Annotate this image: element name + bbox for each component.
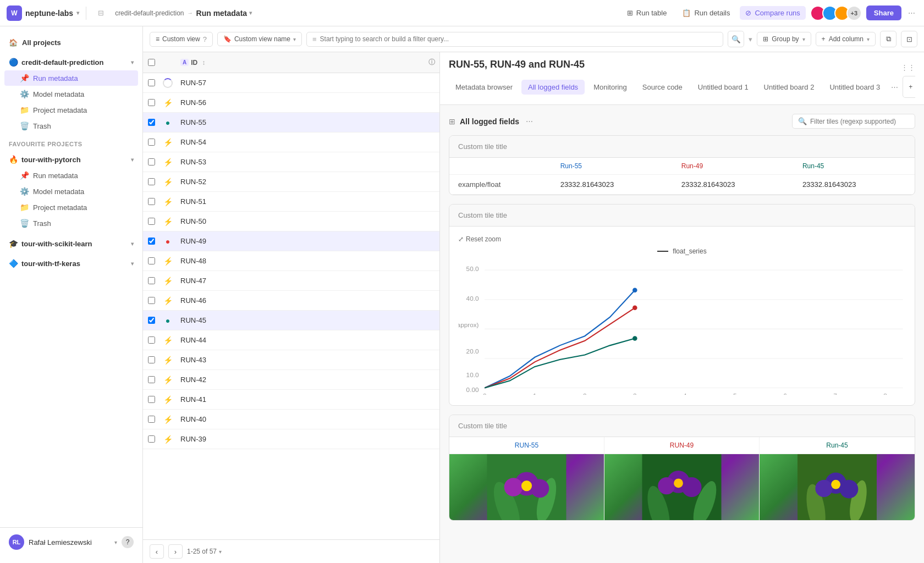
tile1-col-run55: Run-55: [552, 158, 673, 175]
bookmark-icon: 🔖: [223, 35, 232, 43]
row-checkbox[interactable]: [148, 139, 155, 146]
table-row[interactable]: ⚡ RUN-46: [143, 291, 439, 311]
row-checkbox[interactable]: [148, 257, 155, 264]
sidebar-pytorch-project-metadata[interactable]: 📁 Project metadata: [4, 200, 138, 215]
table-row[interactable]: ⚡ RUN-48: [143, 251, 439, 271]
table-row[interactable]: ⚡ RUN-40: [143, 410, 439, 429]
row-checkbox[interactable]: [148, 297, 155, 304]
table-row[interactable]: ● RUN-49: [143, 231, 439, 251]
filter-options-btn[interactable]: ⧉: [880, 31, 897, 47]
help-btn[interactable]: ?: [122, 536, 134, 548]
table-row[interactable]: ⚡ RUN-39: [143, 429, 439, 449]
detail-tabs: Metadata browser All logged fields Monit…: [449, 76, 915, 98]
section-more-btn[interactable]: ⋯: [524, 116, 535, 126]
tab-source-code[interactable]: Source code: [636, 80, 689, 95]
reset-zoom-btn[interactable]: ⤢ Reset zoom: [458, 235, 906, 243]
filter-input[interactable]: [320, 35, 718, 43]
main-layout: 🏠 All projects 🔵 credit-default-predicti…: [0, 26, 924, 563]
row-checkbox[interactable]: [148, 376, 155, 383]
row-icon-cell: ⚡: [160, 415, 176, 424]
table-row[interactable]: ● RUN-55: [143, 113, 439, 133]
table-row[interactable]: ● RUN-45: [143, 311, 439, 330]
compare-runs-btn[interactable]: ⊘ Compare runs: [740, 6, 805, 20]
breadcrumb-current[interactable]: Run metadata ▾: [196, 9, 252, 18]
tab-untitled-board-3[interactable]: Untitled board 3: [823, 80, 887, 95]
brand-logo-btn[interactable]: W neptune-labs ▾: [7, 5, 79, 21]
custom-view-name-btn[interactable]: 🔖 Custom view name ▾: [217, 32, 302, 46]
sidebar-sklearn-section: 🎓 tour-with-scikit-learn ▾: [0, 234, 142, 253]
prev-page-btn[interactable]: ‹: [150, 544, 164, 559]
run-table-btn[interactable]: ⊞ Run table: [622, 6, 673, 20]
table-row[interactable]: ⚡ RUN-56: [143, 93, 439, 113]
table-row[interactable]: RUN-57: [143, 73, 439, 93]
sidebar-pytorch-trash[interactable]: 🗑️ Trash: [4, 216, 138, 231]
table-row[interactable]: ⚡ RUN-47: [143, 271, 439, 291]
tab-metadata-browser[interactable]: Metadata browser: [449, 80, 519, 95]
table-row[interactable]: ⚡ RUN-52: [143, 172, 439, 192]
sidebar-credit-project[interactable]: 🔵 credit-default-prediction ▾: [0, 54, 142, 70]
row-checkbox[interactable]: [148, 277, 155, 284]
next-page-btn[interactable]: ›: [168, 544, 183, 559]
run-details-btn[interactable]: 📋 Run details: [676, 6, 735, 20]
row-checkbox[interactable]: [148, 79, 155, 86]
table-row[interactable]: ⚡ RUN-41: [143, 390, 439, 410]
table-row[interactable]: ⚡ RUN-51: [143, 192, 439, 212]
row-checkbox[interactable]: [148, 218, 155, 225]
all-projects-header[interactable]: 🏠 All projects: [0, 35, 142, 50]
flower-img-run49: [604, 454, 759, 520]
custom-view-btn[interactable]: ≡ Custom view ?: [150, 32, 213, 47]
row-checkbox[interactable]: [148, 119, 155, 126]
row-checkbox[interactable]: [148, 396, 155, 403]
row-checkbox[interactable]: [148, 317, 155, 324]
sidebar-credit-section: 🔵 credit-default-prediction ▾ 📌 Run meta…: [0, 52, 142, 136]
table-row[interactable]: ⚡ RUN-50: [143, 212, 439, 231]
select-all-checkbox[interactable]: [148, 59, 155, 66]
row-checkbox[interactable]: [148, 158, 155, 165]
sidebar-pytorch-run-metadata[interactable]: 📌 Run metadata: [4, 168, 138, 183]
table-row[interactable]: ⚡ RUN-43: [143, 350, 439, 370]
tile1-val-run55: 23332.81643023: [552, 175, 673, 195]
sidebar-pytorch-project[interactable]: 🔥 tour-with-pytorch ▾: [0, 152, 142, 167]
sidebar-keras-project[interactable]: 🔷 tour-with-tf-keras ▾: [0, 256, 142, 271]
sidebar-item-run-metadata[interactable]: 📌 Run metadata: [4, 70, 138, 86]
row-checkbox[interactable]: [148, 178, 155, 185]
row-checkbox[interactable]: [148, 99, 155, 106]
row-checkbox[interactable]: [148, 198, 155, 205]
layout-btn[interactable]: ⊡: [901, 31, 917, 47]
tile-images: Custom tile title RUN-55: [449, 415, 915, 521]
sidebar-pytorch-model-metadata[interactable]: ⚙️ Model metadata: [4, 184, 138, 199]
search-chevron-icon[interactable]: ▾: [749, 35, 752, 43]
more-menu-btn[interactable]: ⋯: [906, 8, 917, 18]
row-checkbox[interactable]: [148, 336, 155, 344]
more-tabs-btn[interactable]: ⋯: [889, 82, 900, 92]
search-btn[interactable]: 🔍: [728, 31, 744, 47]
sidebar-item-trash[interactable]: 🗑️ Trash: [4, 118, 138, 134]
row-checkbox[interactable]: [148, 435, 155, 443]
sidebar-toggle-btn[interactable]: ⊟: [93, 5, 108, 21]
tab-untitled-board-1[interactable]: Untitled board 1: [691, 80, 755, 95]
sliders-icon: ⧉: [886, 35, 891, 43]
tab-monitoring[interactable]: Monitoring: [587, 80, 634, 95]
sidebar-item-model-metadata[interactable]: ⚙️ Model metadata: [4, 86, 138, 102]
group-by-btn[interactable]: ⊞ Group by ▾: [757, 32, 811, 46]
share-btn[interactable]: Share: [866, 5, 901, 20]
tab-all-logged-fields[interactable]: All logged fields: [521, 80, 585, 95]
sidebar-sklearn-project[interactable]: 🎓 tour-with-scikit-learn ▾: [0, 236, 142, 251]
row-checkbox[interactable]: [148, 416, 155, 423]
add-column-btn[interactable]: + Add column ▾: [816, 32, 876, 46]
table-row[interactable]: ⚡ RUN-54: [143, 133, 439, 152]
row-checkbox[interactable]: [148, 356, 155, 363]
row-id: RUN-40: [176, 415, 439, 423]
table-row[interactable]: ⚡ RUN-42: [143, 370, 439, 390]
user-chevron-icon: ▾: [114, 539, 117, 545]
new-board-btn[interactable]: + New board: [903, 76, 915, 98]
trash-icon: 🗑️: [20, 122, 29, 130]
sidebar-item-project-metadata[interactable]: 📁 Project metadata: [4, 102, 138, 118]
table-row[interactable]: ⚡ RUN-44: [143, 330, 439, 350]
table-row[interactable]: ⚡ RUN-53: [143, 152, 439, 172]
svg-text:30.0 (approx): 30.0 (approx): [458, 321, 479, 328]
tiles-filter-input[interactable]: [810, 118, 909, 125]
detail-options-icon[interactable]: ⋮⋮: [901, 63, 915, 71]
tab-untitled-board-2[interactable]: Untitled board 2: [757, 80, 821, 95]
row-checkbox[interactable]: [148, 238, 155, 245]
